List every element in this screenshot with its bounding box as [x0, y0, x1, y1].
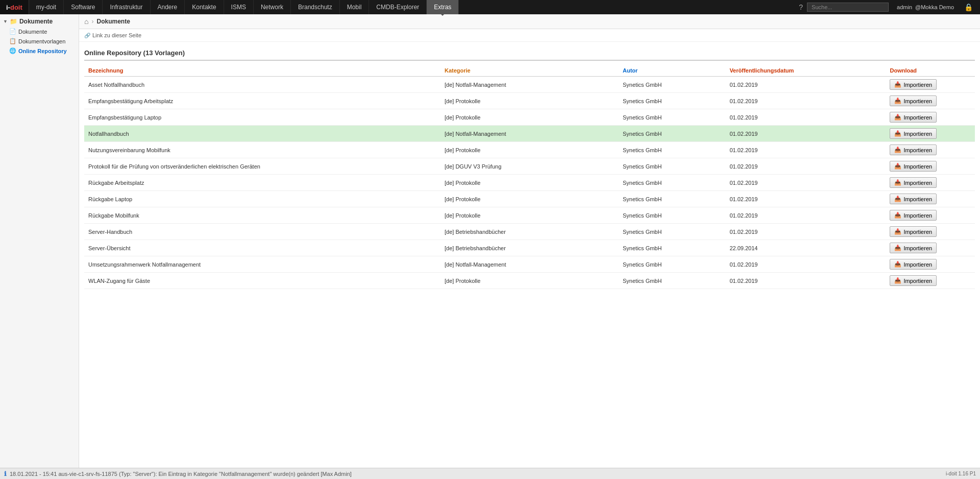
- cell-datum: 01.02.2019: [725, 158, 886, 175]
- nav-isms[interactable]: ISMS: [224, 0, 254, 14]
- import-icon: 📥: [894, 114, 901, 121]
- statusbar-info-icon: ℹ: [4, 470, 7, 477]
- sidebar-item-dokumente[interactable]: 📄 Dokumente: [0, 27, 79, 36]
- nav-software[interactable]: Software: [64, 0, 103, 14]
- table-row: Empfangsbestätigung Laptop[de] Protokoll…: [84, 109, 975, 126]
- import-button[interactable]: 📥Importieren: [890, 79, 937, 90]
- import-icon: 📥: [894, 147, 901, 153]
- nav-right: ? admin @Mokka Demo 🔒: [794, 0, 980, 14]
- import-label: Importieren: [903, 114, 932, 121]
- cell-download[interactable]: 📥Importieren: [886, 142, 975, 158]
- import-button[interactable]: 📥Importieren: [890, 177, 937, 188]
- sidebar-arrow: ▼: [3, 19, 8, 24]
- cell-download[interactable]: 📥Importieren: [886, 240, 975, 256]
- import-label: Importieren: [903, 98, 932, 104]
- breadcrumb-home-icon[interactable]: ⌂: [84, 17, 88, 26]
- cell-bezeichnung: Notfallhandbuch: [84, 126, 440, 142]
- cell-download[interactable]: 📥Importieren: [886, 207, 975, 224]
- cell-kategorie: [de] Betriebshandbücher: [440, 240, 619, 256]
- import-button[interactable]: 📥Importieren: [890, 243, 937, 253]
- statusbar-message: 18.01.2021 - 15:41 aus-vie-c1-srv-fs-118…: [10, 471, 352, 477]
- import-icon: 📥: [894, 212, 901, 219]
- cell-datum: 01.02.2019: [725, 142, 886, 158]
- cell-kategorie: [de] Notfall-Management: [440, 126, 619, 142]
- cell-download[interactable]: 📥Importieren: [886, 273, 975, 289]
- cell-autor: Synetics GmbH: [619, 273, 725, 289]
- nav-kontakte[interactable]: Kontakte: [185, 0, 224, 14]
- sidebar-item-dokumentvorlagen[interactable]: 📋 Dokumentvorlagen: [0, 36, 79, 46]
- user-info: admin @Mokka Demo: [893, 4, 958, 10]
- nav-extras[interactable]: Extras: [427, 0, 459, 14]
- cell-bezeichnung: Empfangsbestätigung Arbeitsplatz: [84, 93, 440, 109]
- nav-andere[interactable]: Andere: [151, 0, 185, 14]
- table-row: WLAN-Zugang für Gäste[de] ProtokolleSyne…: [84, 273, 975, 289]
- col-date[interactable]: Veröffentlichungsdatum: [725, 65, 886, 77]
- import-button[interactable]: 📥Importieren: [890, 128, 937, 139]
- nav-mobil[interactable]: Mobil: [340, 0, 370, 14]
- cell-bezeichnung: Nutzungsvereinbarung Mobilfunk: [84, 142, 440, 158]
- import-icon: 📥: [894, 163, 901, 170]
- table-row: Empfangsbestätigung Arbeitsplatz[de] Pro…: [84, 93, 975, 109]
- cell-kategorie: [de] Protokolle: [440, 142, 619, 158]
- import-label: Importieren: [903, 261, 932, 268]
- import-label: Importieren: [903, 278, 932, 284]
- import-icon: 📥: [894, 196, 901, 202]
- dokumente-icon: 📄: [9, 28, 16, 35]
- lock-icon[interactable]: 🔒: [962, 3, 975, 11]
- nav-cmdb-explorer[interactable]: CMDB-Explorer: [369, 0, 427, 14]
- cell-bezeichnung: Rückgabe Mobilfunk: [84, 207, 440, 224]
- table-header: Bezeichnung Kategorie Autor Veröffentlic…: [84, 65, 975, 77]
- cell-download[interactable]: 📥Importieren: [886, 93, 975, 109]
- import-button[interactable]: 📥Importieren: [890, 259, 937, 270]
- online-repository-icon: 🌐: [9, 47, 16, 54]
- help-icon: ?: [799, 3, 803, 11]
- cell-download[interactable]: 📥Importieren: [886, 109, 975, 126]
- col-kategorie[interactable]: Kategorie: [440, 65, 619, 77]
- import-icon: 📥: [894, 98, 901, 104]
- sidebar-item-online-repository[interactable]: 🌐 Online Repository: [0, 46, 79, 56]
- cell-download[interactable]: 📥Importieren: [886, 175, 975, 191]
- dokumentvorlagen-icon: 📋: [9, 38, 16, 44]
- cell-datum: 01.02.2019: [725, 191, 886, 207]
- import-button[interactable]: 📥Importieren: [890, 95, 937, 106]
- import-button[interactable]: 📥Importieren: [890, 226, 937, 237]
- col-bezeichnung[interactable]: Bezeichnung: [84, 65, 440, 77]
- cell-download[interactable]: 📥Importieren: [886, 126, 975, 142]
- cell-download[interactable]: 📥Importieren: [886, 256, 975, 273]
- nav-brandschutz[interactable]: Brandschutz: [291, 0, 340, 14]
- cell-datum: 01.02.2019: [725, 256, 886, 273]
- cell-autor: Synetics GmbH: [619, 175, 725, 191]
- col-download[interactable]: Download: [886, 65, 975, 77]
- cell-kategorie: [de] Protokolle: [440, 175, 619, 191]
- sidebar: ▼ 📁 Dokumente 📄 Dokumente 📋 Dokumentvorl…: [0, 14, 79, 468]
- cell-datum: 01.02.2019: [725, 77, 886, 93]
- nav-network[interactable]: Network: [254, 0, 291, 14]
- import-button[interactable]: 📥Importieren: [890, 210, 937, 221]
- sidebar-root[interactable]: ▼ 📁 Dokumente: [0, 16, 79, 27]
- cell-download[interactable]: 📥Importieren: [886, 77, 975, 93]
- statusbar-version: i-doit 1.16 P1: [946, 471, 976, 476]
- nav-infrastruktur[interactable]: Infrastruktur: [103, 0, 150, 14]
- cell-download[interactable]: 📥Importieren: [886, 224, 975, 240]
- link-bar[interactable]: 🔗 Link zu dieser Seite: [79, 29, 980, 42]
- import-button[interactable]: 📥Importieren: [890, 161, 937, 172]
- breadcrumb: ⌂ › Dokumente: [79, 14, 980, 29]
- import-icon: 📥: [894, 130, 901, 137]
- import-icon: 📥: [894, 245, 901, 251]
- breadcrumb-page: Dokumente: [96, 18, 130, 25]
- import-label: Importieren: [903, 147, 932, 153]
- cell-autor: Synetics GmbH: [619, 191, 725, 207]
- cell-download[interactable]: 📥Importieren: [886, 158, 975, 175]
- search-input[interactable]: [807, 3, 889, 12]
- cell-datum: 01.02.2019: [725, 224, 886, 240]
- col-autor[interactable]: Autor: [619, 65, 725, 77]
- cell-download[interactable]: 📥Importieren: [886, 191, 975, 207]
- table-row: Server-Handbuch[de] BetriebshandbücherSy…: [84, 224, 975, 240]
- import-button[interactable]: 📥Importieren: [890, 194, 937, 204]
- cell-datum: 01.02.2019: [725, 93, 886, 109]
- nav-my-doit[interactable]: my-doit: [29, 0, 64, 14]
- import-button[interactable]: 📥Importieren: [890, 145, 937, 155]
- import-button[interactable]: 📥Importieren: [890, 275, 937, 286]
- logo-suffix: doit: [10, 4, 22, 11]
- import-button[interactable]: 📥Importieren: [890, 112, 937, 123]
